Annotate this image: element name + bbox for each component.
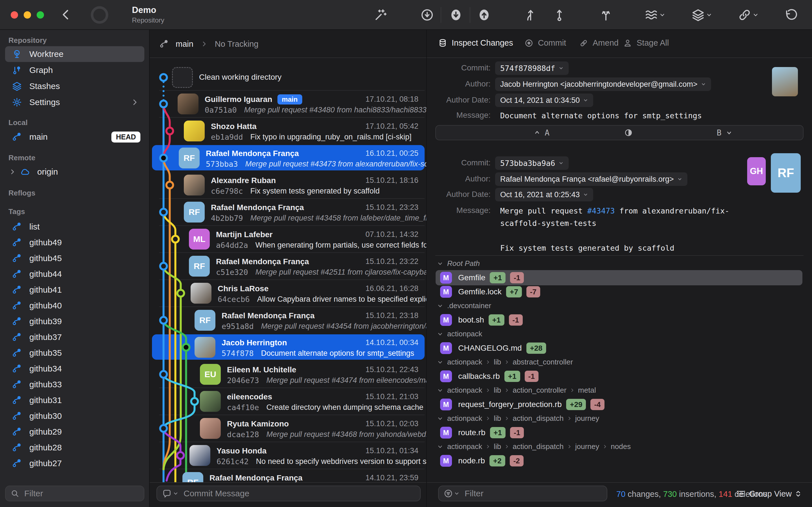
sidebar-item-github49[interactable]: github49 xyxy=(5,235,144,250)
chevron-down-icon[interactable] xyxy=(437,359,443,365)
sidebar-item-github34[interactable]: github34 xyxy=(5,361,144,377)
commit-avatar xyxy=(195,337,215,358)
pr-number-link[interactable]: #43473 xyxy=(587,207,615,215)
author-date-dropdown[interactable]: Oct 16, 2021 at 0:25:43 xyxy=(495,188,593,202)
branch-icon xyxy=(12,316,22,327)
minimize-window-button[interactable] xyxy=(24,11,31,18)
sidebar-item-github31[interactable]: github31 xyxy=(5,392,144,408)
commit-row[interactable]: Chris LaRose16.06.21, 16:2864cecb6Allow … xyxy=(150,280,427,307)
push-icon[interactable] xyxy=(477,8,491,22)
sidebar-item-github28[interactable]: github28 xyxy=(5,440,144,455)
file-group-header[interactable]: Root Path xyxy=(437,259,480,268)
pull-icon[interactable] xyxy=(449,8,463,22)
file-row[interactable]: MGemfile.lock+7-7 xyxy=(436,284,802,299)
tab-commit[interactable]: Commit xyxy=(524,38,566,48)
file-group-header[interactable]: .devcontainer xyxy=(437,301,491,310)
tab-amend[interactable]: Amend xyxy=(579,38,619,48)
file-row[interactable]: Mboot.sh+1-1 xyxy=(436,313,802,328)
compare-a-selector[interactable]: A xyxy=(534,128,550,137)
chevron-right-icon[interactable] xyxy=(131,98,139,106)
commit-row[interactable]: eileencodes15.10.21, 21:03ca4f10eCreate … xyxy=(150,388,427,415)
sidebar-item-github37[interactable]: github37 xyxy=(5,329,144,345)
branch-icon[interactable] xyxy=(599,8,613,22)
chevron-down-icon[interactable] xyxy=(437,415,443,421)
file-group-header[interactable]: actionpack xyxy=(437,330,482,338)
commit-row[interactable]: RFRafael Mendonça França16.10.21, 00:255… xyxy=(150,145,427,172)
disclosure-chevron-icon[interactable] xyxy=(9,168,16,175)
sidebar-item-label: github40 xyxy=(29,301,62,311)
file-row[interactable]: Mnode.rb+2-2 xyxy=(436,453,802,468)
author-dropdown[interactable]: Rafael Mendonça França <rafael@rubyonrai… xyxy=(495,172,688,186)
commit-row[interactable]: MLMartijn Lafeber07.10.21, 14:32a64dd2aW… xyxy=(150,226,427,252)
sidebar-item-main[interactable]: mainHEAD xyxy=(5,129,144,145)
sidebar-item-origin[interactable]: origin xyxy=(5,164,144,180)
sidebar-item-github35[interactable]: github35 xyxy=(5,345,144,361)
sidebar-item-settings[interactable]: Settings xyxy=(5,94,144,110)
sidebar-item-stashes[interactable]: Stashes xyxy=(5,78,144,94)
commit-row[interactable]: Guillermo Iguaranmain17.10.21, 08:180a75… xyxy=(150,91,427,117)
back-button[interactable] xyxy=(60,8,72,22)
commit-row[interactable]: RFRafael Mendonça França15.10.21, 23:234… xyxy=(150,199,427,226)
author-date-dropdown[interactable]: Oct 14, 2021 at 0:34:50 xyxy=(495,94,593,107)
sidebar-item-graph[interactable]: Graph xyxy=(5,62,144,78)
author-dropdown[interactable]: Jacob Herrington <jacobherringtondevelop… xyxy=(495,77,711,91)
chevron-down-icon[interactable] xyxy=(437,303,443,309)
history-icon[interactable] xyxy=(784,8,798,22)
chevron-down-icon[interactable] xyxy=(437,387,443,393)
sidebar-item-github41[interactable]: github41 xyxy=(5,282,144,298)
commit-row[interactable]: Shozo Hatta17.10.21, 05:42eb1a9ddFix typ… xyxy=(150,117,427,145)
fetch-icon[interactable] xyxy=(420,8,434,22)
sidebar-item-github30[interactable]: github30 xyxy=(5,408,144,424)
commit-date: 14.10.21, 00:34 xyxy=(365,338,418,347)
commit-row[interactable]: EUEileen M. Uchitelle15.10.21, 22:432046… xyxy=(150,361,427,388)
zoom-window-button[interactable] xyxy=(37,11,44,18)
close-window-button[interactable] xyxy=(11,11,18,18)
sidebar-item-github44[interactable]: github44 xyxy=(5,266,144,282)
merge-icon[interactable] xyxy=(524,8,538,22)
compare-selector-bar[interactable]: A B xyxy=(435,125,804,140)
files-filter-input[interactable]: Filter xyxy=(438,486,607,501)
file-row[interactable]: Mroute.rb+1-1 xyxy=(436,425,802,440)
commit-row[interactable]: Yasuo Honda15.10.21, 01:346261c42No need… xyxy=(150,442,427,469)
layers-icon xyxy=(12,81,22,91)
sidebar-item-github29[interactable]: github29 xyxy=(5,424,144,440)
tab-stage-all[interactable]: Stage All xyxy=(623,38,669,48)
commit-row[interactable]: Ryuta Kamizono15.10.21, 02:03dcae128Merg… xyxy=(150,415,427,442)
group-view-selector[interactable]: Group View xyxy=(735,489,802,499)
layers-icon[interactable] xyxy=(691,8,712,22)
rebase-icon[interactable] xyxy=(553,8,566,22)
commit-hash-dropdown[interactable]: 574f878988df xyxy=(495,61,569,75)
sidebar-item-github27[interactable]: github27 xyxy=(5,455,144,471)
sidebar-item-github33[interactable]: github33 xyxy=(5,377,144,392)
chevron-down-icon[interactable] xyxy=(437,444,443,450)
file-group-header[interactable]: actionpacklibaction_dispatchjourneynodes xyxy=(437,442,631,451)
commit-row[interactable]: RFRafael Mendonça França15.10.21, 23:22c… xyxy=(150,252,427,280)
stash-icon[interactable] xyxy=(645,8,665,22)
group-view-label: Group View xyxy=(749,489,792,499)
wand-icon[interactable] xyxy=(374,8,388,22)
sidebar-item-list[interactable]: list xyxy=(5,219,144,235)
sidebar-item-github40[interactable]: github40 xyxy=(5,298,144,314)
file-group-header[interactable]: actionpacklibaction_dispatchjourney xyxy=(437,414,599,423)
tab-inspect-changes[interactable]: Inspect Changes xyxy=(438,38,513,48)
sidebar-filter-input[interactable]: Filter xyxy=(5,486,144,501)
file-row[interactable]: Mrequest_forgery_protection.rb+29-4 xyxy=(436,397,802,412)
file-group-header[interactable]: actionpacklibaction_controllermetal xyxy=(437,386,596,395)
sidebar-item-worktree[interactable]: Worktree xyxy=(5,46,144,62)
link-icon[interactable] xyxy=(738,8,759,22)
sidebar-item-github39[interactable]: github39 xyxy=(5,314,144,329)
commit-row[interactable]: RFRafael Mendonça França15.10.21, 23:18e… xyxy=(150,307,427,334)
clean-working-directory-row[interactable]: Clean working directory xyxy=(150,65,427,91)
file-row[interactable]: MGemfile+1-1 xyxy=(436,270,802,285)
commit-hash-dropdown[interactable]: 573bba3ba9a6 xyxy=(495,156,569,170)
commit-message-input[interactable]: Commit Message xyxy=(156,486,421,501)
chevron-down-icon[interactable] xyxy=(437,331,443,337)
sidebar-item-github45[interactable]: github45 xyxy=(5,250,144,266)
chevron-down-icon[interactable] xyxy=(437,261,443,267)
file-row[interactable]: MCHANGELOG.md+28 xyxy=(436,341,802,356)
file-row[interactable]: Mcallbacks.rb+1-1 xyxy=(436,369,802,384)
commit-row[interactable]: Jacob Herrington14.10.21, 00:34574f878Do… xyxy=(150,334,427,361)
file-group-header[interactable]: actionpacklibabstract_controller xyxy=(437,358,573,367)
compare-b-selector[interactable]: B xyxy=(717,128,733,137)
commit-row[interactable]: Alexandre Ruban15.10.21, 18:16c6e798cFix… xyxy=(150,172,427,199)
